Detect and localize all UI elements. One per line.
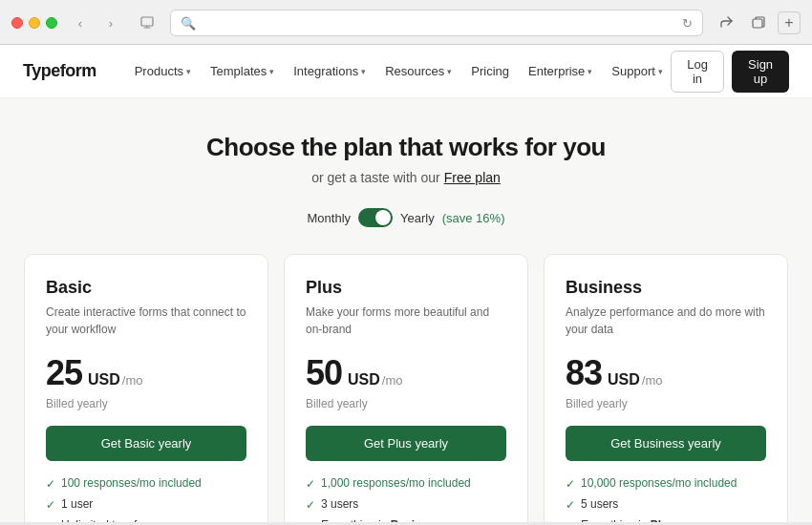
plan-card-business: Business Analyze performance and do more… bbox=[544, 254, 788, 522]
logo: Typeform bbox=[23, 61, 96, 81]
hero-title: Choose the plan that works for you bbox=[23, 133, 789, 162]
yearly-label: Yearly bbox=[400, 211, 435, 225]
plan-desc-business: Analyze performance and do more with you… bbox=[566, 304, 766, 338]
reload-button[interactable]: ↻ bbox=[682, 16, 693, 31]
feature-item: ✓ Everything in Plus bbox=[566, 518, 766, 522]
price-currency-business: USD bbox=[608, 371, 640, 388]
price-amount-business: 83 bbox=[566, 353, 602, 393]
feature-list-plus: ✓ 1,000 responses/mo included ✓ 3 users … bbox=[306, 476, 506, 522]
fullscreen-button[interactable] bbox=[46, 17, 57, 29]
feature-item: ✓ 100 responses/mo included bbox=[46, 476, 246, 491]
feature-item: ✓ 10,000 responses/mo included bbox=[566, 476, 766, 491]
billing-toggle-switch[interactable] bbox=[358, 208, 393, 227]
svg-rect-0 bbox=[141, 17, 153, 26]
traffic-lights bbox=[11, 17, 57, 29]
price-currency-basic: USD bbox=[88, 371, 120, 388]
browser-chrome: ‹ › 🔍 ↻ + bbox=[0, 0, 812, 45]
save-badge: (save 16%) bbox=[442, 211, 505, 225]
feature-list-basic: ✓ 100 responses/mo included ✓ 1 user ✓ U… bbox=[46, 476, 246, 522]
chevron-down-icon: ▾ bbox=[269, 67, 274, 76]
nav-integrations[interactable]: Integrations ▾ bbox=[286, 58, 374, 84]
check-icon: ✓ bbox=[46, 477, 55, 491]
pricing-cards: Basic Create interactive forms that conn… bbox=[24, 254, 788, 522]
price-amount-plus: 50 bbox=[306, 353, 342, 393]
plan-name-basic: Basic bbox=[46, 278, 246, 298]
price-row-plus: 50 USD /mo bbox=[306, 353, 506, 393]
forward-button[interactable]: › bbox=[97, 12, 124, 33]
check-icon: ✓ bbox=[306, 498, 315, 512]
cta-basic[interactable]: Get Basic yearly bbox=[46, 426, 246, 461]
nav-support[interactable]: Support ▾ bbox=[604, 58, 671, 84]
check-icon: ✓ bbox=[566, 519, 575, 522]
chevron-down-icon: ▾ bbox=[588, 67, 592, 76]
close-button[interactable] bbox=[11, 17, 23, 29]
login-button[interactable]: Log in bbox=[671, 51, 724, 93]
check-icon: ✓ bbox=[566, 498, 575, 512]
plan-desc-plus: Make your forms more beautiful and on-br… bbox=[306, 304, 506, 338]
tab-icon bbox=[134, 12, 160, 33]
browser-actions: + bbox=[713, 11, 801, 34]
hero-section: Choose the plan that works for you or ge… bbox=[23, 133, 789, 185]
cta-business[interactable]: Get Business yearly bbox=[566, 426, 766, 461]
nav-pricing[interactable]: Pricing bbox=[463, 58, 517, 84]
nav-buttons: ‹ › bbox=[67, 12, 124, 33]
main-content: Choose the plan that works for you or ge… bbox=[0, 98, 812, 522]
nav-templates[interactable]: Templates ▾ bbox=[203, 58, 282, 84]
plan-card-plus: Plus Make your forms more beautiful and … bbox=[284, 254, 528, 522]
chevron-down-icon: ▾ bbox=[186, 67, 191, 76]
back-button[interactable]: ‹ bbox=[67, 12, 94, 33]
plan-name-plus: Plus bbox=[306, 278, 506, 298]
search-icon: 🔍 bbox=[181, 16, 196, 31]
main-nav: Typeform Products ▾ Templates ▾ Integrat… bbox=[0, 45, 812, 98]
check-icon: ✓ bbox=[306, 477, 315, 491]
tabs-button[interactable] bbox=[745, 12, 772, 33]
new-tab-button[interactable]: + bbox=[778, 11, 801, 34]
cta-plus[interactable]: Get Plus yearly bbox=[306, 426, 506, 461]
toggle-knob bbox=[375, 210, 391, 225]
price-amount-basic: 25 bbox=[46, 353, 82, 393]
chevron-down-icon: ▾ bbox=[447, 67, 452, 76]
nav-resources[interactable]: Resources ▾ bbox=[377, 58, 459, 84]
price-period-basic: /mo bbox=[122, 373, 143, 388]
plan-name-business: Business bbox=[566, 278, 766, 298]
nav-enterprise[interactable]: Enterprise ▾ bbox=[521, 58, 600, 84]
nav-actions: Log in Sign up bbox=[671, 51, 789, 93]
price-row-basic: 25 USD /mo bbox=[46, 353, 246, 393]
chevron-down-icon: ▾ bbox=[361, 67, 366, 76]
price-currency-plus: USD bbox=[348, 371, 380, 388]
feature-item: ✓ Everything in Basic bbox=[306, 518, 506, 522]
free-plan-link[interactable]: Free plan bbox=[444, 170, 501, 185]
svg-rect-3 bbox=[753, 19, 762, 28]
price-row-business: 83 USD /mo bbox=[566, 353, 766, 393]
billing-toggle: Monthly Yearly (save 16%) bbox=[23, 208, 789, 227]
chevron-down-icon: ▾ bbox=[658, 67, 663, 76]
check-icon: ✓ bbox=[46, 498, 55, 512]
plan-desc-basic: Create interactive forms that connect to… bbox=[46, 304, 246, 338]
billed-text-plus: Billed yearly bbox=[306, 397, 506, 410]
feature-item: ✓ Unlimited typeforms bbox=[46, 518, 246, 522]
feature-item: ✓ 1,000 responses/mo included bbox=[306, 476, 506, 491]
nav-products[interactable]: Products ▾ bbox=[127, 58, 199, 84]
feature-item: ✓ 3 users bbox=[306, 497, 506, 512]
check-icon: ✓ bbox=[566, 477, 575, 491]
price-period-business: /mo bbox=[642, 373, 663, 388]
share-button[interactable] bbox=[713, 12, 739, 33]
signup-button[interactable]: Sign up bbox=[732, 51, 789, 93]
billed-text-business: Billed yearly bbox=[566, 397, 766, 410]
address-bar[interactable]: 🔍 ↻ bbox=[170, 10, 703, 36]
feature-list-business: ✓ 10,000 responses/mo included ✓ 5 users… bbox=[566, 476, 766, 522]
price-period-plus: /mo bbox=[382, 373, 403, 388]
monthly-label: Monthly bbox=[308, 211, 352, 225]
plan-card-basic: Basic Create interactive forms that conn… bbox=[24, 254, 268, 522]
feature-item: ✓ 1 user bbox=[46, 497, 246, 512]
website: Typeform Products ▾ Templates ▾ Integrat… bbox=[0, 45, 812, 522]
feature-item: ✓ 5 users bbox=[566, 497, 766, 512]
nav-links: Products ▾ Templates ▾ Integrations ▾ Re… bbox=[127, 58, 671, 84]
billed-text-basic: Billed yearly bbox=[46, 397, 246, 410]
check-icon: ✓ bbox=[306, 519, 315, 522]
check-icon: ✓ bbox=[46, 519, 55, 522]
minimize-button[interactable] bbox=[29, 17, 40, 29]
hero-subtitle: or get a taste with our Free plan bbox=[23, 170, 789, 185]
